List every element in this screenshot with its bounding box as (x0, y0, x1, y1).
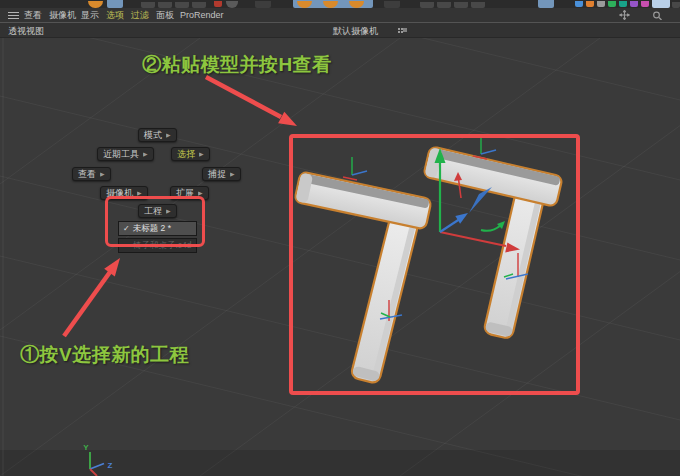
submenu-arrow-icon: ▶ (230, 169, 235, 180)
viewport-menubar: 查看 摄像机 显示 选项 过滤 面板 ProRender (0, 8, 680, 22)
rotate-handle-y[interactable] (481, 225, 501, 231)
pie-menu-mode[interactable]: 模式▶ (138, 128, 177, 142)
view-mode-label: 透视视图 (8, 25, 44, 38)
toolbar-icon[interactable] (214, 1, 222, 7)
below-horizon-shade (0, 450, 680, 476)
toolbar-icon-active[interactable] (538, 0, 554, 8)
pie-menu-recent-tools[interactable]: 近期工具▶ (97, 147, 154, 161)
menu-filter[interactable]: 过滤 (131, 8, 149, 22)
dolly-view-icon[interactable] (651, 10, 662, 20)
toolbar-icon[interactable] (641, 1, 649, 7)
toolbar-icon[interactable] (226, 1, 238, 8)
menu-view[interactable]: 查看 (24, 8, 42, 22)
camera-settings-icon[interactable] (398, 28, 400, 30)
menu-camera[interactable]: 摄像机 (49, 8, 76, 22)
pie-menu-view[interactable]: 查看▶ (72, 167, 111, 181)
submenu-arrow-icon: ▶ (143, 149, 148, 160)
annotation-step2-text: ②粘贴模型并按H查看 (142, 52, 332, 78)
menu-panel[interactable]: 面板 (156, 8, 174, 22)
submenu-arrow-icon: ▶ (166, 130, 171, 141)
submenu-arrow-icon: ▶ (199, 149, 204, 160)
pie-menu-select[interactable]: 选择▶ (171, 147, 210, 161)
annotation-step1-text: ①按V选择新的工程 (20, 342, 189, 368)
toolbar-icon[interactable] (619, 1, 627, 7)
toolbar-icon[interactable] (575, 1, 583, 7)
annotation-red-box-menu (105, 196, 205, 247)
camera-label[interactable]: 默认摄像机 (333, 25, 378, 38)
toolbar-icon[interactable] (88, 1, 103, 8)
toolbar-icon[interactable] (608, 1, 616, 7)
toolbar-icon[interactable] (630, 1, 638, 7)
annotation-arrow-project (64, 258, 120, 336)
axis-y-label: Y (83, 443, 89, 452)
menu-prorender[interactable]: ProRender (180, 8, 224, 22)
pie-menu-snap[interactable]: 捕捉▶ (202, 167, 241, 181)
move-view-icon[interactable] (619, 10, 630, 20)
t-shaped-model-left[interactable] (294, 171, 432, 384)
toolbar-icon[interactable] (255, 1, 271, 8)
toolbar-icon[interactable] (384, 1, 400, 8)
toolbar-icon[interactable] (586, 1, 594, 7)
submenu-arrow-icon: ▶ (100, 169, 105, 180)
hamburger-icon[interactable] (8, 12, 19, 19)
toolbar-icon[interactable] (652, 0, 670, 8)
toolbar-icon[interactable] (597, 1, 605, 7)
toolbar-icon-active[interactable] (107, 0, 123, 8)
axis-z-label: Z (108, 461, 113, 470)
viewport-infobar: 透视视图 默认摄像机 (0, 22, 680, 38)
menu-options[interactable]: 选项 (106, 8, 124, 22)
rotate-handle-z[interactable] (469, 187, 492, 213)
viewport-3d-scene: Y Z (0, 0, 680, 476)
main-toolbar-clipped (0, 0, 680, 8)
c4d-viewport-window: 查看 摄像机 显示 选项 过滤 面板 ProRender 透视视图 默认摄像机 (0, 0, 680, 476)
menu-display[interactable]: 显示 (81, 8, 99, 22)
